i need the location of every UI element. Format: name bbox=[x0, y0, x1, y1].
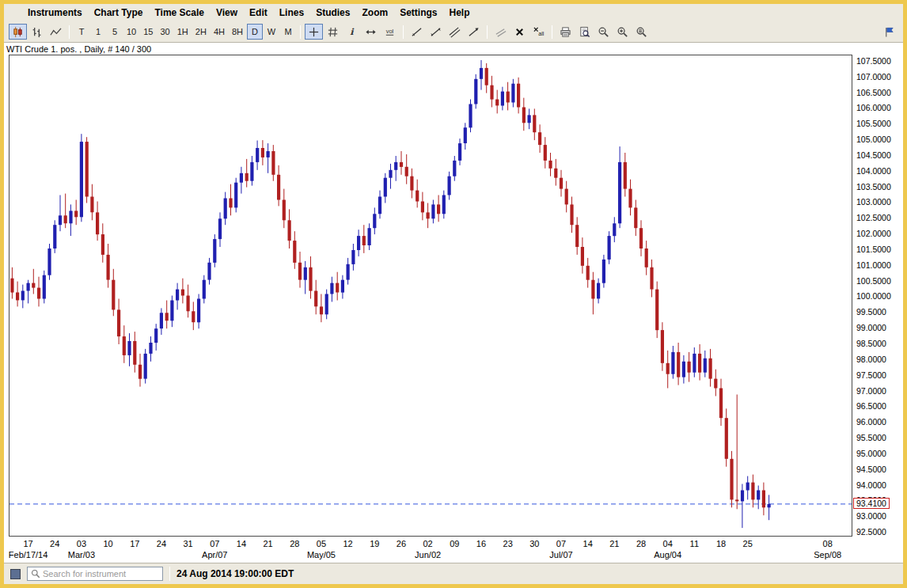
ray-line-icon bbox=[468, 26, 480, 38]
y-axis-label: 105.5000 bbox=[856, 119, 891, 128]
timeframe-weekly-button[interactable]: W bbox=[264, 24, 279, 40]
x-axis-week-label: 21 bbox=[609, 539, 619, 548]
parallel-lines-button[interactable] bbox=[491, 24, 510, 40]
timeframe-1h-button[interactable]: 1H bbox=[174, 24, 192, 40]
menu-settings[interactable]: Settings bbox=[400, 7, 437, 18]
y-axis-label: 102.0000 bbox=[856, 229, 891, 238]
timeframe-daily-button[interactable]: D bbox=[247, 24, 263, 40]
y-axis-label: 97.5000 bbox=[856, 370, 886, 380]
y-axis-label: 96.5000 bbox=[856, 401, 886, 411]
x-axis-week-label: 23 bbox=[503, 539, 513, 548]
print-preview-button[interactable] bbox=[575, 24, 594, 40]
print-button[interactable] bbox=[556, 24, 575, 40]
printer-icon bbox=[560, 26, 571, 38]
crosshair-button[interactable] bbox=[305, 24, 323, 40]
timeframe-8h-button[interactable]: 8H bbox=[229, 24, 246, 40]
search-icon bbox=[31, 569, 40, 579]
y-axis-label: 104.0000 bbox=[856, 166, 891, 176]
menu-time-scale[interactable]: Time Scale bbox=[154, 7, 203, 18]
bar-chart-button[interactable] bbox=[28, 24, 46, 40]
y-axis[interactable]: 93.4100 107.5000107.0000106.5000106.0000… bbox=[852, 55, 901, 537]
x-axis-month-label: Sep/08 bbox=[814, 550, 841, 560]
zoom-out-button[interactable] bbox=[594, 24, 613, 40]
grid-button[interactable] bbox=[324, 24, 342, 40]
x-axis-week-label: 24 bbox=[157, 539, 166, 548]
y-axis-label: 100.5000 bbox=[856, 276, 891, 286]
x-axis-month-label: Jul/07 bbox=[549, 550, 572, 560]
x-axis-week-label: 31 bbox=[183, 539, 192, 548]
ray-line-button[interactable] bbox=[465, 24, 483, 40]
timeframe-10min-button[interactable]: 10 bbox=[123, 24, 139, 40]
info-button[interactable]: i bbox=[343, 24, 361, 40]
x-axis-month-label: Aug/04 bbox=[654, 550, 681, 560]
x-axis[interactable]: 1724031017243107142128051219260209162330… bbox=[9, 537, 852, 563]
menu-studies[interactable]: Studies bbox=[316, 7, 350, 18]
price-chart[interactable] bbox=[9, 55, 852, 537]
timeframe-30min-button[interactable]: 30 bbox=[157, 24, 173, 40]
trend-channel-icon bbox=[449, 26, 461, 38]
menu-lines[interactable]: Lines bbox=[279, 7, 304, 18]
y-axis-label: 97.0000 bbox=[856, 386, 886, 396]
menu-zoom[interactable]: Zoom bbox=[362, 7, 388, 18]
menu-chart-type[interactable]: Chart Type bbox=[94, 7, 143, 18]
x-axis-month-label: Feb/17/14 bbox=[9, 550, 48, 560]
x-axis-week-label: 19 bbox=[370, 539, 379, 548]
y-axis-label: 103.0000 bbox=[856, 197, 891, 207]
x-axis-week-label: 14 bbox=[237, 539, 246, 548]
candlestick-series bbox=[9, 55, 852, 536]
status-square-icon[interactable] bbox=[10, 569, 21, 579]
trendline-icon bbox=[411, 26, 423, 38]
last-price-label: 93.4100 bbox=[853, 498, 890, 509]
menu-instruments[interactable]: Instruments bbox=[28, 7, 82, 18]
y-axis-label: 98.0000 bbox=[856, 355, 886, 364]
svg-text:i: i bbox=[350, 26, 355, 37]
timeframe-tick-button[interactable]: T bbox=[74, 24, 89, 40]
zoom-in-icon bbox=[617, 26, 628, 38]
candlestick-chart-button[interactable] bbox=[9, 24, 27, 40]
trendline-button[interactable] bbox=[408, 24, 426, 40]
y-axis-label: 107.0000 bbox=[856, 72, 891, 82]
y-axis-label: 102.5000 bbox=[856, 213, 891, 222]
timeframe-15min-button[interactable]: 15 bbox=[140, 24, 156, 40]
y-axis-label: 99.5000 bbox=[856, 307, 886, 317]
y-axis-label: 93.0000 bbox=[856, 511, 886, 521]
toolbar-separator bbox=[552, 25, 552, 39]
volume-button[interactable]: vol bbox=[381, 24, 399, 40]
timeframe-5min-button[interactable]: 5 bbox=[107, 24, 123, 40]
toolbar-separator bbox=[300, 25, 301, 39]
trendline-segment-button[interactable] bbox=[427, 24, 445, 40]
zoom-fit-button[interactable] bbox=[632, 24, 651, 40]
timeframe-monthly-button[interactable]: M bbox=[280, 24, 296, 40]
x-axis-week-label: 17 bbox=[130, 539, 139, 548]
chart-panel: WTI Crude 1. pos. , Daily, # 140 / 300 9… bbox=[4, 43, 903, 563]
toolbar: T151015301H2H4H8HDWMivolall bbox=[4, 21, 903, 43]
svg-text:vol: vol bbox=[386, 28, 394, 35]
timeframe-2h-button[interactable]: 2H bbox=[192, 24, 210, 40]
delete-all-icon: all bbox=[533, 26, 545, 38]
x-axis-month-label: Jun/02 bbox=[415, 550, 441, 560]
trend-channel-button[interactable] bbox=[446, 24, 464, 40]
line-chart-button[interactable] bbox=[47, 24, 65, 40]
x-axis-week-label: 10 bbox=[103, 539, 112, 548]
search-input[interactable] bbox=[43, 569, 159, 579]
timeframe-1min-button[interactable]: 1 bbox=[90, 24, 106, 40]
crosshair-icon bbox=[308, 26, 320, 38]
x-axis-week-label: 18 bbox=[716, 539, 726, 548]
menu-edit[interactable]: Edit bbox=[249, 7, 268, 18]
menu-view[interactable]: View bbox=[216, 7, 237, 18]
search-box[interactable] bbox=[27, 567, 163, 581]
y-axis-label: 95.0000 bbox=[856, 449, 886, 458]
y-axis-label: 100.0000 bbox=[856, 291, 891, 301]
bookmark-flag-button[interactable] bbox=[880, 24, 898, 40]
x-axis-month-label: Apr/07 bbox=[202, 550, 227, 560]
timeframe-4h-button[interactable]: 4H bbox=[211, 24, 228, 40]
expand-horizontal-button[interactable] bbox=[362, 24, 380, 40]
x-axis-week-label: 28 bbox=[636, 539, 646, 548]
toolbar-separator bbox=[403, 25, 404, 39]
delete-all-lines-button[interactable]: all bbox=[529, 24, 548, 40]
zoom-in-button[interactable] bbox=[613, 24, 632, 40]
menu-help[interactable]: Help bbox=[449, 7, 469, 18]
y-axis-label: 105.0000 bbox=[856, 135, 891, 144]
delete-line-button[interactable] bbox=[510, 24, 529, 40]
volume-icon: vol bbox=[384, 26, 396, 38]
